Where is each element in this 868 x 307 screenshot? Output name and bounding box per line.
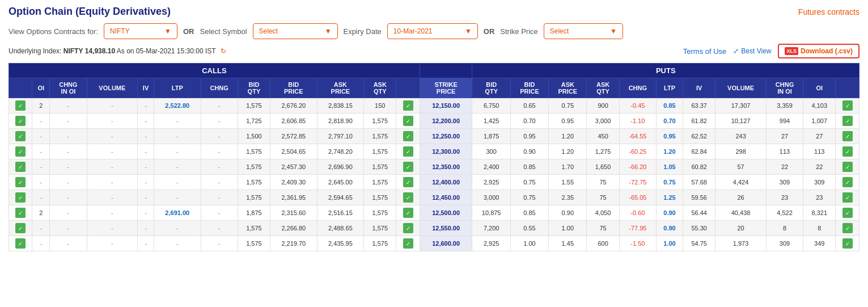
calls-iv-8: - [138,221,154,236]
check-puts-7[interactable]: ✓ [836,205,859,221]
best-view-button[interactable]: ⤢ Best View [733,47,771,55]
check-puts-5[interactable]: ✓ [836,175,859,190]
puts-iv-6: 59.56 [683,190,715,205]
symbol-select[interactable]: Select ▼ [253,23,338,39]
check-calls-9[interactable]: ✓ [9,236,32,251]
puts-bid-qty-9: 2,925 [472,236,510,251]
puts-ask-qty-9: 600 [587,236,619,251]
check-calls-5[interactable]: ✓ [9,175,32,190]
calls-iv-2: - [138,129,154,144]
calls-ask-qty-0: 150 [364,98,396,113]
puts-header: PUTS [472,64,859,78]
puts-ltp-1: 0.70 [656,113,683,129]
check-puts-8[interactable]: ✓ [836,221,859,236]
check-puts-6[interactable]: ✓ [836,190,859,205]
puts-ask-price-2: 1.20 [549,129,587,144]
check-calls2-8[interactable]: ✓ [396,221,420,236]
check-calls2-2[interactable]: ✓ [396,129,420,144]
check-calls2-3[interactable]: ✓ [396,144,420,159]
check-calls-8[interactable]: ✓ [9,221,32,236]
puts-bid-qty-6: 3,000 [472,190,510,205]
main-page: Option Chain (Equity Derivatives) Future… [0,0,868,257]
calls-bid-qty-3: 1,575 [238,144,270,159]
check-puts-3[interactable]: ✓ [836,144,859,159]
calls-chng-oi-6: - [50,190,87,205]
puts-volume-4: 57 [715,159,767,175]
download-button[interactable]: XLS Download (.csv) [778,44,859,58]
puts-chng-8: -77.95 [619,221,656,236]
check-calls-2[interactable]: ✓ [9,129,32,144]
puts-ltp-0: 0.85 [656,98,683,113]
calls-ask-qty-4: 1,575 [364,159,396,175]
puts-oi-6: 23 [803,190,836,205]
calls-oi-9: - [32,236,50,251]
check-puts-0[interactable]: ✓ [836,98,859,113]
puts-volume-0: 17,307 [715,98,767,113]
puts-bid-price-5: 0.75 [510,175,548,190]
puts-bid-qty-8: 7,200 [472,221,510,236]
puts-bid-price-9: 1.00 [510,236,548,251]
puts-ask-qty-6: 75 [587,190,619,205]
check-calls2-0[interactable]: ✓ [396,98,420,113]
actions-group: Terms of Use ⤢ Best View XLS Download (.… [683,44,859,58]
col-calls-ask-price: ASKPRICE [317,78,364,98]
nifty-select[interactable]: NIFTY ▼ [104,23,177,39]
calls-ask-qty-3: 1,575 [364,144,396,159]
futures-link[interactable]: Futures contracts [798,7,859,16]
check-calls2-5[interactable]: ✓ [396,175,420,190]
col-puts-ask-qty: ASKQTY [587,78,619,98]
check-calls-4[interactable]: ✓ [9,159,32,175]
check-calls2-1[interactable]: ✓ [396,113,420,129]
check-calls2-6[interactable]: ✓ [396,190,420,205]
puts-bid-qty-4: 2,400 [472,159,510,175]
puts-oi-8: 8 [803,221,836,236]
puts-oi-2: 27 [803,129,836,144]
check-calls-7[interactable]: ✓ [9,205,32,221]
check-calls2-7[interactable]: ✓ [396,205,420,221]
puts-bid-qty-3: 300 [472,144,510,159]
check-calls-6[interactable]: ✓ [9,190,32,205]
puts-volume-3: 298 [715,144,767,159]
calls-iv-9: - [138,236,154,251]
nifty-value: NIFTY [110,27,130,35]
best-view-label: Best View [741,47,771,55]
check-calls2-4[interactable]: ✓ [396,159,420,175]
check-puts-4[interactable]: ✓ [836,159,859,175]
strike-2: 12,250.00 [420,129,472,144]
refresh-icon[interactable]: ↻ [221,47,226,55]
col-puts-bid-qty: BIDQTY [472,78,510,98]
calls-ask-price-8: 2,488.65 [317,221,364,236]
terms-of-use-link[interactable]: Terms of Use [683,47,727,56]
calls-ltp-6: - [154,190,201,205]
calls-ltp-9: - [154,236,201,251]
controls-bar: View Options Contracts for: NIFTY ▼ OR S… [9,23,859,39]
check-puts-1[interactable]: ✓ [836,113,859,129]
calls-oi-2: - [32,129,50,144]
expiry-select[interactable]: 10-Mar-2021 ▼ [387,23,478,39]
calls-ask-price-5: 2,645.00 [317,175,364,190]
calls-bid-qty-6: 1,575 [238,190,270,205]
puts-chng-oi-4: 22 [766,159,803,175]
col-calls-chng-oi: CHNGIN OI [50,78,87,98]
expiry-label: Expiry Date [344,27,382,36]
calls-ltp-0: 2,522.80 [154,98,201,113]
calls-volume-2: - [87,129,138,144]
calls-chng-oi-7: - [50,205,87,221]
strike-select[interactable]: Select ▼ [544,23,623,39]
calls-bid-price-5: 2,409.30 [270,175,317,190]
puts-volume-1: 10,127 [715,113,767,129]
calls-chng-oi-3: - [50,144,87,159]
calls-ask-price-3: 2,748.20 [317,144,364,159]
check-calls-1[interactable]: ✓ [9,113,32,129]
col-puts-bid-price: BIDPRICE [510,78,548,98]
check-calls2-9[interactable]: ✓ [396,236,420,251]
calls-iv-6: - [138,190,154,205]
puts-chng-oi-2: 27 [766,129,803,144]
check-puts-9[interactable]: ✓ [836,236,859,251]
calls-ask-price-1: 2,818.90 [317,113,364,129]
calls-ltp-3: - [154,144,201,159]
check-calls-3[interactable]: ✓ [9,144,32,159]
underlying-info: Underlying Index: NIFTY 14,938.10 As on … [9,47,226,55]
check-calls-0[interactable]: ✓ [9,98,32,113]
check-puts-2[interactable]: ✓ [836,129,859,144]
